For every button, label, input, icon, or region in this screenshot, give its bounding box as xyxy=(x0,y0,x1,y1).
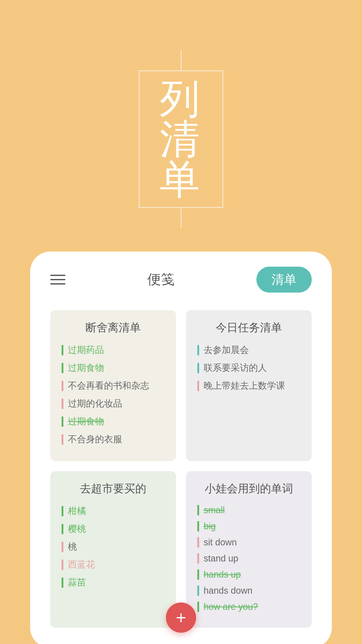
item-bar xyxy=(197,537,199,548)
list-item: hands up xyxy=(197,569,300,580)
item-text: 不合身的衣服 xyxy=(68,433,122,446)
hamburger-line-1 xyxy=(50,275,65,276)
title-line-top xyxy=(181,50,182,70)
item-bar xyxy=(62,434,63,445)
item-bar xyxy=(197,585,199,596)
list-title-2: 今日任务清单 xyxy=(197,320,300,335)
list-item: 过期药品 xyxy=(62,344,165,356)
item-bar xyxy=(197,381,199,391)
list-item: stand up xyxy=(197,553,300,564)
title-box: 列 清 单 xyxy=(139,70,223,208)
item-bar xyxy=(197,363,199,373)
nav-list-tab[interactable]: 清单 xyxy=(256,267,312,293)
list-card-3: 去超市要买的 柑橘 樱桃 桃 西蓝花 xyxy=(50,471,176,628)
app-background: 列 清 单 便笺 清单 断舍离清单 过期药品 xyxy=(0,0,362,644)
item-bar xyxy=(62,542,63,552)
page-title: 列 清 单 xyxy=(160,79,202,199)
item-bar xyxy=(62,559,63,570)
hero-title-section: 列 清 单 xyxy=(139,50,223,228)
list-title-4: 小娃会用到的单词 xyxy=(197,481,300,496)
list-card-1: 断舍离清单 过期药品 过期食物 不会再看的书和杂志 过期的化妆品 xyxy=(50,310,176,461)
list-item: 蒜苗 xyxy=(62,576,165,589)
list-item: 桃 xyxy=(62,541,165,553)
item-text: small xyxy=(204,505,225,515)
item-text: 柑橘 xyxy=(68,505,86,517)
item-bar xyxy=(197,345,199,355)
item-bar xyxy=(197,569,199,580)
list-item: how are you? xyxy=(197,601,300,612)
list-card-2: 今日任务清单 去参加晨会 联系要采访的人 晚上带娃去上数学课 xyxy=(186,310,312,461)
list-title-3: 去超市要买的 xyxy=(62,481,165,496)
nav-notes-tab[interactable]: 便笺 xyxy=(65,270,256,289)
main-card: 便笺 清单 断舍离清单 过期药品 过期食物 不会再看的书和杂志 xyxy=(30,252,332,644)
item-text: 过期食物 xyxy=(68,415,104,428)
list-item: big xyxy=(197,521,300,532)
list-item: 不合身的衣服 xyxy=(62,433,165,446)
list-item: 樱桃 xyxy=(62,523,165,535)
hamburger-line-2 xyxy=(50,279,65,280)
item-text: 过期药品 xyxy=(68,344,104,356)
item-bar xyxy=(197,553,199,564)
item-bar xyxy=(62,524,63,534)
list-card-4: 小娃会用到的单词 small big sit down stand up xyxy=(186,471,312,628)
list-title-1: 断舍离清单 xyxy=(62,320,165,335)
item-bar xyxy=(62,381,63,391)
item-bar xyxy=(62,345,63,355)
list-item: 柑橘 xyxy=(62,505,165,517)
list-item: 不会再看的书和杂志 xyxy=(62,380,165,392)
item-text: sit down xyxy=(204,537,237,548)
item-text: hands up xyxy=(204,569,241,580)
item-bar xyxy=(62,577,63,588)
item-text: 过期食物 xyxy=(68,362,104,374)
item-bar xyxy=(197,521,199,532)
item-text: 不会再看的书和杂志 xyxy=(68,380,149,392)
list-item: 过期的化妆品 xyxy=(62,397,165,410)
item-text: big xyxy=(204,521,216,532)
item-text: 晚上带娃去上数学课 xyxy=(204,380,285,392)
list-item: 晚上带娃去上数学课 xyxy=(197,380,300,392)
item-text: 过期的化妆品 xyxy=(68,397,122,410)
hamburger-menu[interactable] xyxy=(50,275,65,285)
list-item: 去参加晨会 xyxy=(197,344,300,356)
list-item: 过期食物 xyxy=(62,415,165,428)
list-item: sit down xyxy=(197,537,300,548)
item-text: 去参加晨会 xyxy=(204,344,249,356)
item-bar xyxy=(62,416,63,427)
nav-bar: 便笺 清单 xyxy=(50,267,312,293)
item-text: how are you? xyxy=(204,601,258,612)
item-text: hands down xyxy=(204,585,252,596)
item-bar xyxy=(62,398,63,409)
item-bar xyxy=(62,363,63,373)
list-item: 西蓝花 xyxy=(62,558,165,571)
hamburger-line-3 xyxy=(50,283,65,285)
add-button[interactable]: + xyxy=(166,602,196,633)
item-text: stand up xyxy=(204,553,238,564)
item-text: 联系要采访的人 xyxy=(204,362,267,374)
list-item: 联系要采访的人 xyxy=(197,362,300,374)
item-bar xyxy=(62,506,63,516)
item-text: 桃 xyxy=(68,541,77,553)
lists-grid: 断舍离清单 过期药品 过期食物 不会再看的书和杂志 过期的化妆品 xyxy=(50,310,312,628)
item-text: 蒜苗 xyxy=(68,576,86,589)
item-text: 西蓝花 xyxy=(68,558,95,571)
list-item: 过期食物 xyxy=(62,362,165,374)
item-bar xyxy=(197,601,199,612)
item-bar xyxy=(197,505,199,515)
list-item: small xyxy=(197,505,300,515)
item-text: 樱桃 xyxy=(68,523,86,535)
title-line-bottom xyxy=(181,208,182,228)
list-item: hands down xyxy=(197,585,300,596)
